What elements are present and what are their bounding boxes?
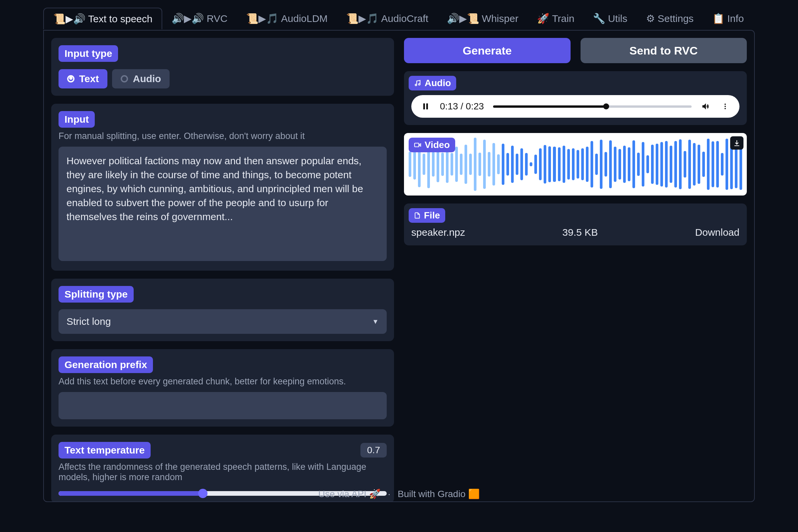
tab-rvc[interactable]: 🔊▶🔊RVC xyxy=(162,8,237,29)
splitting-value: Strict long xyxy=(66,316,111,327)
input-type-card: Input type Text Audio xyxy=(51,38,394,96)
audioldm-icon: 📜▶🎵 xyxy=(246,13,278,24)
volume-icon[interactable] xyxy=(701,101,711,111)
rocket-icon: 🚀 xyxy=(369,489,381,499)
tab-label: Info xyxy=(727,13,744,24)
file-name: speaker.npz xyxy=(411,227,465,238)
rvc-icon: 🔊▶🔊 xyxy=(172,13,204,24)
tab-train[interactable]: 🚀Train xyxy=(528,8,584,29)
utils-icon: 🔧 xyxy=(593,13,605,24)
splitting-card: Splitting type Strict long ▼ xyxy=(51,279,394,341)
footer-gradio-link[interactable]: Built with Gradio xyxy=(398,489,466,499)
tts-icon: 📜▶🔊 xyxy=(53,13,86,24)
svg-point-5 xyxy=(724,106,726,107)
kebab-menu-icon[interactable] xyxy=(720,101,730,111)
separator: · xyxy=(388,489,391,499)
left-column: Input type Text Audio Input For manual s… xyxy=(51,38,394,494)
tab-audiocraft[interactable]: 📜▶🎵AudioCraft xyxy=(337,8,438,29)
right-column: Generate Send to RVC Audio 0:13 / 0:23 xyxy=(404,38,747,494)
pause-icon[interactable] xyxy=(421,101,431,111)
video-label-text: Video xyxy=(424,140,450,150)
main-panel: Input type Text Audio Input For manual s… xyxy=(43,30,755,502)
tab-settings[interactable]: ⚙Settings xyxy=(637,8,703,29)
splitting-select[interactable]: Strict long ▼ xyxy=(58,309,387,334)
whisper-icon: 🔊▶📜 xyxy=(447,13,479,24)
file-size: 39.5 KB xyxy=(562,227,598,238)
tab-label: Whisper xyxy=(482,13,518,24)
input-type-label: Input type xyxy=(58,45,118,62)
tab-label: RVC xyxy=(207,13,227,24)
radio-dot-icon xyxy=(67,75,75,82)
video-output-card: Video xyxy=(404,133,747,195)
file-label-text: File xyxy=(424,210,440,221)
video-label: Video xyxy=(408,138,455,152)
video-camera-icon xyxy=(414,141,421,149)
action-buttons: Generate Send to RVC xyxy=(404,38,747,63)
tab-label: Train xyxy=(552,13,574,24)
footer-api-link[interactable]: Use via API xyxy=(318,489,366,499)
audio-label: Audio xyxy=(408,76,456,91)
audio-output-card: Audio 0:13 / 0:23 xyxy=(404,71,747,125)
tab-label: Text to speech xyxy=(88,13,152,24)
audio-time: 0:13 / 0:23 xyxy=(440,101,484,112)
svg-rect-3 xyxy=(426,103,428,109)
music-note-icon xyxy=(414,79,421,87)
footer: Use via API 🚀 · Built with Gradio 🟧 xyxy=(44,489,754,499)
tab-label: AudioLDM xyxy=(281,13,327,24)
radio-audio[interactable]: Audio xyxy=(112,69,170,89)
radio-label: Audio xyxy=(133,73,161,84)
info-icon: 📋 xyxy=(712,13,724,24)
input-label: Input xyxy=(58,111,95,128)
input-card: Input For manual splitting, use enter. O… xyxy=(51,104,394,271)
svg-point-4 xyxy=(724,104,726,105)
temperature-label: Text temperature xyxy=(58,442,151,458)
tab-audioldm[interactable]: 📜▶🎵AudioLDM xyxy=(237,8,337,29)
gradio-logo-icon: 🟧 xyxy=(468,489,480,499)
audio-progress-dot-icon[interactable] xyxy=(603,103,609,109)
input-textarea[interactable] xyxy=(58,147,387,261)
input-hint: For manual splitting, use enter. Otherwi… xyxy=(58,131,387,141)
svg-point-6 xyxy=(724,108,726,109)
waveform xyxy=(404,133,747,195)
svg-rect-2 xyxy=(423,103,425,109)
radio-text[interactable]: Text xyxy=(58,69,108,89)
splitting-label: Splitting type xyxy=(58,286,134,303)
audio-label-text: Audio xyxy=(424,78,451,89)
genprefix-label: Generation prefix xyxy=(58,357,153,373)
tab-whisper[interactable]: 🔊▶📜Whisper xyxy=(438,8,528,29)
temperature-hint: Affects the randomness of the generated … xyxy=(58,462,387,482)
generate-button[interactable]: Generate xyxy=(404,38,571,63)
temperature-value: 0.7 xyxy=(360,443,387,457)
tab-tts[interactable]: 📜▶🔊Text to speech xyxy=(43,8,162,29)
radio-dot-icon xyxy=(121,75,128,82)
send-to-rvc-button[interactable]: Send to RVC xyxy=(581,38,747,63)
audio-progress[interactable] xyxy=(493,106,691,108)
file-label: File xyxy=(408,208,445,223)
radio-label: Text xyxy=(79,73,99,84)
file-download-link[interactable]: Download xyxy=(695,227,740,238)
audiocraft-icon: 📜▶🎵 xyxy=(346,13,378,24)
tab-label: Utils xyxy=(608,13,627,24)
genprefix-input[interactable] xyxy=(58,392,387,419)
train-icon: 🚀 xyxy=(537,13,549,24)
genprefix-card: Generation prefix Add this text before e… xyxy=(51,349,394,426)
tab-bar: 📜▶🔊Text to speech 🔊▶🔊RVC 📜▶🎵AudioLDM 📜▶🎵… xyxy=(43,7,755,30)
svg-point-0 xyxy=(415,84,417,86)
file-output-card: File speaker.npz 39.5 KB Download xyxy=(404,204,747,245)
tab-utils[interactable]: 🔧Utils xyxy=(584,8,636,29)
audio-progress-fill xyxy=(493,106,606,108)
genprefix-hint: Add this text before every generated chu… xyxy=(58,376,387,387)
tab-label: Settings xyxy=(658,13,694,24)
caret-down-icon: ▼ xyxy=(372,318,379,325)
tab-label: AudioCraft xyxy=(381,13,428,24)
document-icon xyxy=(414,212,421,219)
svg-point-1 xyxy=(419,83,420,85)
download-video-button[interactable] xyxy=(730,136,743,150)
input-type-options: Text Audio xyxy=(58,69,387,89)
tab-info[interactable]: 📋Info xyxy=(703,8,753,29)
audio-player[interactable]: 0:13 / 0:23 xyxy=(411,95,740,118)
gear-icon: ⚙ xyxy=(646,13,655,24)
